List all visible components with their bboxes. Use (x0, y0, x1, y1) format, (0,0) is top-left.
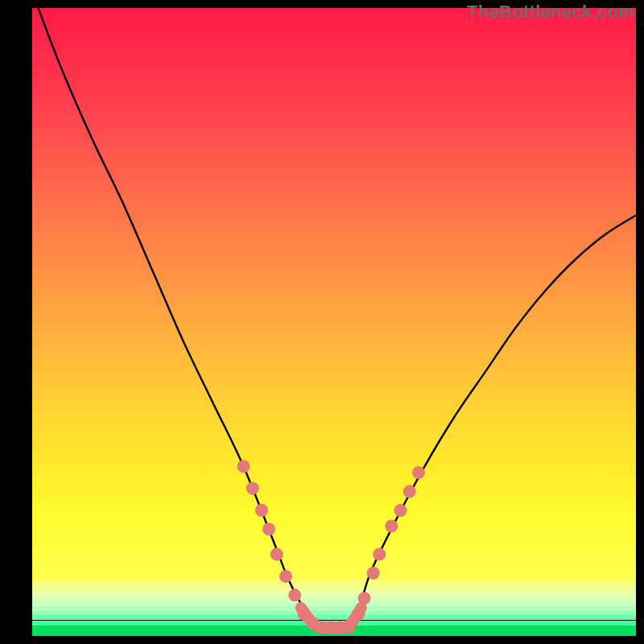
marker-dot (373, 548, 386, 561)
marker-dot (288, 588, 301, 601)
highlighted-points (237, 460, 426, 634)
bottleneck-curve (39, 8, 637, 629)
chart-frame: TheBottleneck.com (0, 0, 644, 644)
marker-dot (385, 520, 398, 533)
marker-dot (270, 548, 283, 561)
marker-dot (279, 570, 292, 583)
marker-dot (394, 504, 407, 517)
curve-layer (32, 8, 636, 636)
marker-dot (237, 460, 250, 473)
marker-dot (262, 522, 275, 535)
marker-dot (412, 466, 425, 479)
marker-dot (367, 567, 380, 580)
plot-area (32, 8, 636, 636)
marker-dot (298, 608, 311, 621)
marker-dot (255, 504, 268, 517)
marker-dot (343, 621, 356, 634)
marker-dot (403, 485, 416, 498)
marker-dot (358, 592, 371, 605)
watermark-text: TheBottleneck.com (467, 2, 634, 23)
marker-dot (352, 608, 365, 621)
marker-dot (246, 482, 259, 495)
